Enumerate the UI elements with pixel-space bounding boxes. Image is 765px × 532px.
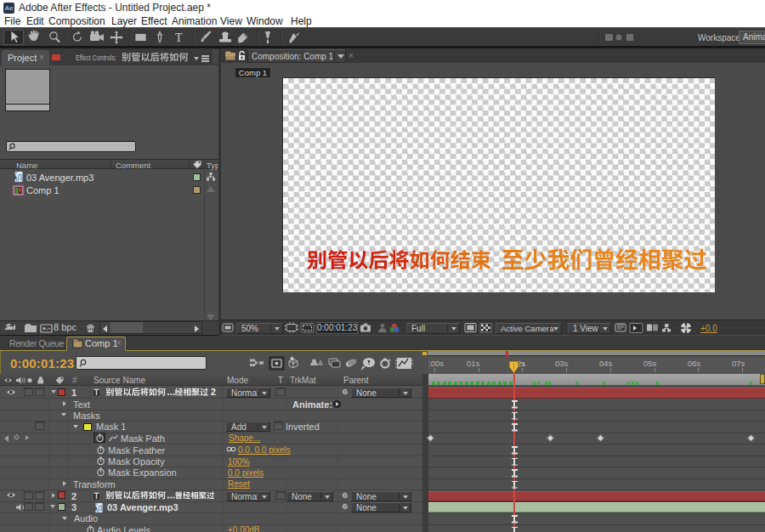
svg-text:T: T bbox=[175, 31, 183, 44]
